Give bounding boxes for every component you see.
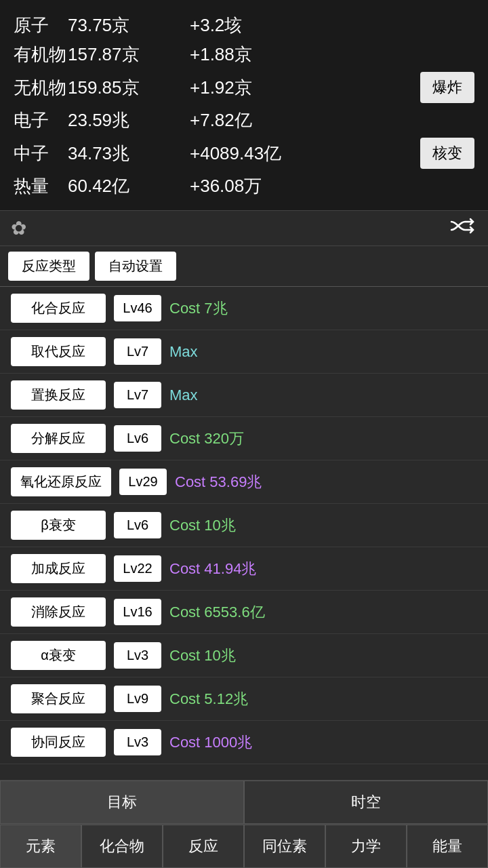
reaction-level-button[interactable]: Lv46 (114, 295, 161, 321)
reaction-cost: Max (169, 387, 198, 404)
neutron-value: 34.73兆 (68, 142, 190, 165)
stats-panel: 原子 73.75京 +3.2垓 有机物 157.87京 +1.88京 无机物 1… (0, 0, 488, 210)
inorganic-value: 159.85京 (68, 76, 190, 100)
reaction-name-button[interactable]: 加成反应 (11, 554, 106, 583)
nav-energy[interactable]: 能量 (407, 825, 488, 868)
heat-value: 60.42亿 (68, 174, 190, 198)
reaction-cost: Cost 6553.6亿 (169, 602, 265, 623)
organic-delta: +1.88京 (190, 43, 474, 66)
atom-value: 73.75京 (68, 14, 190, 37)
reaction-level-button[interactable]: Lv22 (114, 555, 161, 582)
reaction-row: 聚合反应Lv9Cost 5.12兆 (0, 677, 488, 721)
reaction-cost: Max (169, 343, 198, 361)
inorganic-delta: +1.92京 (190, 76, 420, 100)
reaction-cost: Cost 320万 (169, 429, 244, 449)
reaction-row: 取代反应Lv7Max (0, 330, 488, 374)
reaction-row: 置换反应Lv7Max (0, 374, 488, 417)
organic-value: 157.87京 (68, 43, 190, 66)
reaction-name-button[interactable]: 化合反应 (11, 294, 106, 323)
neutron-delta: +4089.43亿 (190, 142, 420, 165)
reaction-cost: Cost 53.69兆 (175, 472, 262, 492)
shuffle-icon[interactable] (450, 216, 477, 240)
bottom-row-1: 目标 时空 (0, 780, 488, 824)
reaction-list: 化合反应Lv46Cost 7兆取代反应Lv7Max置换反应Lv7Max分解反应L… (0, 287, 488, 780)
atom-row: 原子 73.75京 +3.2垓 (14, 14, 474, 37)
reaction-cost: Cost 5.12兆 (169, 689, 248, 709)
reaction-cost: Cost 41.94兆 (169, 559, 256, 579)
reaction-name-button[interactable]: α衰变 (11, 641, 106, 670)
reaction-row: 协同反应Lv3Cost 1000兆 (0, 721, 488, 764)
reaction-name-button[interactable]: 聚合反应 (11, 684, 106, 713)
organic-row: 有机物 157.87京 +1.88京 (14, 43, 474, 66)
organic-label: 有机物 (14, 43, 68, 66)
toolbar: ✿ (0, 210, 488, 246)
reaction-name-button[interactable]: 分解反应 (11, 424, 106, 453)
reaction-cost: Cost 1000兆 (169, 732, 252, 753)
nav-spacetime[interactable]: 时空 (244, 781, 488, 824)
nav-element[interactable]: 元素 (0, 825, 81, 868)
reaction-cost: Cost 10兆 (169, 515, 236, 536)
reaction-level-button[interactable]: Lv3 (114, 729, 161, 755)
heat-label: 热量 (14, 174, 68, 198)
reaction-cost: Cost 7兆 (169, 298, 228, 319)
reaction-row: 化合反应Lv46Cost 7兆 (0, 287, 488, 330)
electron-delta: +7.82亿 (190, 108, 474, 132)
heat-delta: +36.08万 (190, 174, 474, 198)
explosion-button[interactable]: 爆炸 (420, 72, 474, 103)
nav-isotope[interactable]: 同位素 (244, 825, 325, 868)
reaction-name-button[interactable]: 置换反应 (11, 380, 106, 410)
atom-label: 原子 (14, 14, 68, 37)
reaction-cost: Cost 10兆 (169, 646, 236, 666)
nav-compound[interactable]: 化合物 (81, 825, 163, 868)
reaction-level-button[interactable]: Lv3 (114, 642, 161, 669)
inorganic-row: 无机物 159.85京 +1.92京 爆炸 (14, 72, 474, 103)
reaction-name-button[interactable]: 协同反应 (11, 728, 106, 757)
heat-row: 热量 60.42亿 +36.08万 (14, 174, 474, 198)
nav-reaction[interactable]: 反应 (163, 825, 244, 868)
reaction-row: 加成反应Lv22Cost 41.94兆 (0, 547, 488, 591)
reaction-level-button[interactable]: Lv7 (114, 338, 161, 365)
reaction-row: 分解反应Lv6Cost 320万 (0, 417, 488, 460)
reaction-row: β衰变Lv6Cost 10兆 (0, 504, 488, 547)
bottom-nav: 目标 时空 元素 化合物 反应 同位素 力学 能量 (0, 780, 488, 868)
neutron-row: 中子 34.73兆 +4089.43亿 核变 (14, 138, 474, 169)
bottom-row-2: 元素 化合物 反应 同位素 力学 能量 (0, 824, 488, 868)
reaction-name-button[interactable]: β衰变 (11, 511, 106, 540)
tab-bar: 反应类型 自动设置 (0, 246, 488, 287)
inorganic-label: 无机物 (14, 76, 68, 100)
reaction-level-button[interactable]: Lv6 (114, 512, 161, 538)
tab-reaction-type[interactable]: 反应类型 (8, 252, 89, 281)
reaction-level-button[interactable]: Lv9 (114, 686, 161, 712)
atom-delta: +3.2垓 (190, 14, 474, 37)
reaction-row: 消除反应Lv16Cost 6553.6亿 (0, 591, 488, 634)
flower-icon[interactable]: ✿ (11, 217, 26, 239)
reaction-name-button[interactable]: 取代反应 (11, 337, 106, 366)
reaction-level-button[interactable]: Lv6 (114, 425, 161, 452)
reaction-level-button[interactable]: Lv29 (119, 469, 167, 495)
reaction-row: α衰变Lv3Cost 10兆 (0, 634, 488, 677)
reaction-level-button[interactable]: Lv16 (114, 599, 161, 625)
reaction-name-button[interactable]: 消除反应 (11, 597, 106, 627)
reaction-name-button[interactable]: 氧化还原反应 (11, 467, 111, 496)
nav-target[interactable]: 目标 (0, 781, 244, 824)
electron-value: 23.59兆 (68, 108, 190, 132)
tab-auto-settings[interactable]: 自动设置 (95, 252, 176, 281)
reaction-row: 氧化还原反应Lv29Cost 53.69兆 (0, 460, 488, 504)
reaction-level-button[interactable]: Lv7 (114, 382, 161, 408)
nuclear-button[interactable]: 核变 (420, 138, 474, 169)
electron-row: 电子 23.59兆 +7.82亿 (14, 108, 474, 132)
nav-mechanics[interactable]: 力学 (325, 825, 407, 868)
electron-label: 电子 (14, 108, 68, 132)
neutron-label: 中子 (14, 142, 68, 165)
